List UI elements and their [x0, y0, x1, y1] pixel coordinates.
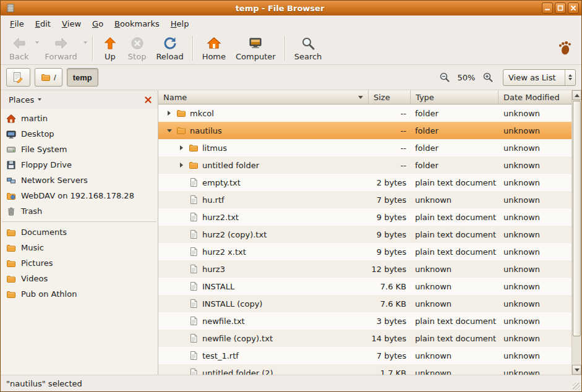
table-row[interactable]: hurz312 bytesunknownunknown — [158, 260, 571, 278]
table-row[interactable]: INSTALL7.6 KBunknownunknown — [158, 278, 571, 295]
toolbar-button-label: Search — [294, 52, 322, 61]
text-file-icon — [189, 247, 199, 257]
path-button-current[interactable]: temp — [67, 68, 98, 87]
toolbar-separator — [192, 36, 194, 61]
file-type: unknown — [411, 351, 499, 360]
path-button-root[interactable]: / — [35, 68, 62, 87]
file-size: 9 bytes — [369, 213, 411, 222]
toolbar-back-button[interactable]: Back — [4, 33, 34, 62]
sidebar-item-trash[interactable]: Trash — [1, 203, 158, 219]
menu-file[interactable]: File — [4, 15, 30, 32]
sidebar-item-label: Music — [21, 243, 44, 252]
file-size: -- — [369, 161, 411, 170]
column-header-size[interactable]: Size — [369, 90, 411, 104]
sidebar-item-floppy-drive[interactable]: Floppy Drive — [1, 157, 158, 173]
expander-expanded-icon[interactable] — [166, 129, 173, 132]
text-file-icon — [189, 177, 199, 187]
table-row[interactable]: hurz2.txt9 bytesplain text documentunkno… — [158, 208, 571, 226]
table-row[interactable]: litmus--folderunknown — [158, 139, 571, 156]
table-body: mkcol--folderunknownnautilus--folderunkn… — [158, 104, 571, 375]
dropdown-arrow-icon[interactable] — [34, 33, 40, 52]
scrollbar-thumb[interactable] — [573, 101, 581, 336]
column-header-type[interactable]: Type — [411, 90, 499, 104]
minimize-button[interactable] — [542, 2, 553, 14]
scroll-up-icon[interactable] — [572, 90, 581, 100]
content-area: Places martinDesktopFile SystemFloppy Dr… — [1, 90, 581, 375]
column-header-name[interactable]: Name — [158, 90, 369, 104]
file-type: unknown — [411, 282, 499, 291]
file-name: hurz3 — [202, 265, 225, 274]
resize-grip[interactable] — [573, 383, 580, 390]
dropdown-arrow-icon[interactable] — [82, 33, 88, 52]
toolbar-stop-button[interactable]: Stop — [123, 33, 152, 62]
scrollbar-track[interactable] — [572, 100, 581, 365]
table-row[interactable]: hurz2 (copy).txt9 bytesplain text docume… — [158, 226, 571, 243]
table-row[interactable]: nautilus--folderunknown — [158, 122, 571, 139]
sidebar-item-martin[interactable]: martin — [1, 111, 158, 126]
table-row[interactable]: INSTALL (copy)7.6 KBunknownunknown — [158, 295, 571, 312]
menu-go[interactable]: Go — [87, 15, 109, 32]
toolbar-up-button[interactable]: Up — [97, 33, 123, 62]
file-name-cell: INSTALL — [158, 281, 369, 291]
menu-view[interactable]: View — [56, 15, 87, 32]
menu-bookmarks[interactable]: Bookmarks — [109, 15, 165, 32]
sidebar-item-documents[interactable]: Documents — [1, 224, 158, 240]
table-row[interactable]: newfile (copy).txt14 bytesplain text doc… — [158, 330, 571, 347]
titlebar[interactable]: temp - File Browser — [1, 1, 581, 15]
table-row[interactable]: test_1.rtf7 bytesunknownunknown — [158, 347, 571, 364]
table-row[interactable]: newfile.txt3 bytesplain text documentunk… — [158, 312, 571, 330]
sidebar-item-file-system[interactable]: File System — [1, 142, 158, 157]
file-type: folder — [411, 161, 499, 170]
file-type: plain text document — [411, 317, 499, 326]
sidebar-item-webdav-on-192-168-178-28[interactable]: WebDAV on 192.168.178.28 — [1, 188, 158, 203]
sidebar-item-videos[interactable]: Videos — [1, 271, 158, 286]
sidebar-close-icon[interactable] — [143, 95, 153, 105]
expander-collapsed-icon[interactable] — [166, 111, 173, 116]
toolbar-forward-button[interactable]: Forward — [40, 33, 82, 62]
toolbar-search-button[interactable]: Search — [289, 33, 327, 62]
zoom-out-icon[interactable] — [438, 70, 451, 84]
close-button[interactable] — [568, 2, 579, 14]
toggle-location-entry-button[interactable] — [6, 68, 30, 87]
sidebar-item-pictures[interactable]: Pictures — [1, 255, 158, 271]
zoom-in-icon[interactable] — [481, 70, 495, 84]
sidebar-item-music[interactable]: Music — [1, 240, 158, 255]
vertical-scrollbar[interactable] — [571, 90, 581, 375]
text-file-icon — [189, 299, 199, 309]
folder-icon — [6, 289, 16, 299]
table-row[interactable]: untitled folder (2)1.7 KBunknownunknown — [158, 364, 571, 375]
scroll-down-icon[interactable] — [572, 365, 581, 375]
file-size: 1.7 KB — [369, 369, 411, 375]
table-row[interactable]: untitled folder--folderunknown — [158, 156, 571, 174]
menu-edit[interactable]: Edit — [30, 15, 56, 32]
sort-arrow-icon — [358, 96, 363, 99]
table-row[interactable]: empty.txt2 bytesplain text documentunkno… — [158, 174, 571, 191]
file-size: -- — [369, 143, 411, 153]
places-selector[interactable]: Places — [5, 93, 45, 106]
menu-help[interactable]: Help — [165, 15, 195, 32]
folder-icon — [189, 143, 199, 153]
file-name-cell: litmus — [158, 143, 369, 153]
column-header-modified[interactable]: Date Modified — [499, 90, 571, 104]
places-sidebar: Places martinDesktopFile SystemFloppy Dr… — [1, 90, 158, 375]
sidebar-item-pub-on-athlon[interactable]: Pub on Athlon — [1, 286, 158, 302]
chevron-down-icon — [38, 98, 41, 101]
expander-collapsed-icon[interactable] — [178, 163, 185, 168]
file-size: 9 bytes — [369, 247, 411, 257]
table-row[interactable]: hu.rtf7 bytesunknownunknown — [158, 191, 571, 208]
file-modified: unknown — [499, 282, 571, 291]
file-name: newfile (copy).txt — [202, 334, 273, 343]
sidebar-item-network-servers[interactable]: Network Servers — [1, 173, 158, 188]
view-mode-select[interactable]: View as List — [503, 69, 576, 86]
table-row[interactable]: hurz2 x.txt9 bytesplain text documentunk… — [158, 243, 571, 260]
folder-icon — [41, 72, 51, 82]
toolbar-computer-button[interactable]: Computer — [231, 33, 281, 62]
table-row[interactable]: mkcol--folderunknown — [158, 104, 571, 122]
toolbar-home-button[interactable]: Home — [197, 33, 231, 62]
sidebar-item-desktop[interactable]: Desktop — [1, 126, 158, 142]
expander-collapsed-icon[interactable] — [178, 145, 185, 150]
sidebar-item-label: Pub on Athlon — [21, 289, 77, 299]
sidebar-item-label: File System — [21, 145, 67, 154]
toolbar-reload-button[interactable]: Reload — [151, 33, 188, 62]
maximize-button[interactable] — [555, 2, 566, 14]
